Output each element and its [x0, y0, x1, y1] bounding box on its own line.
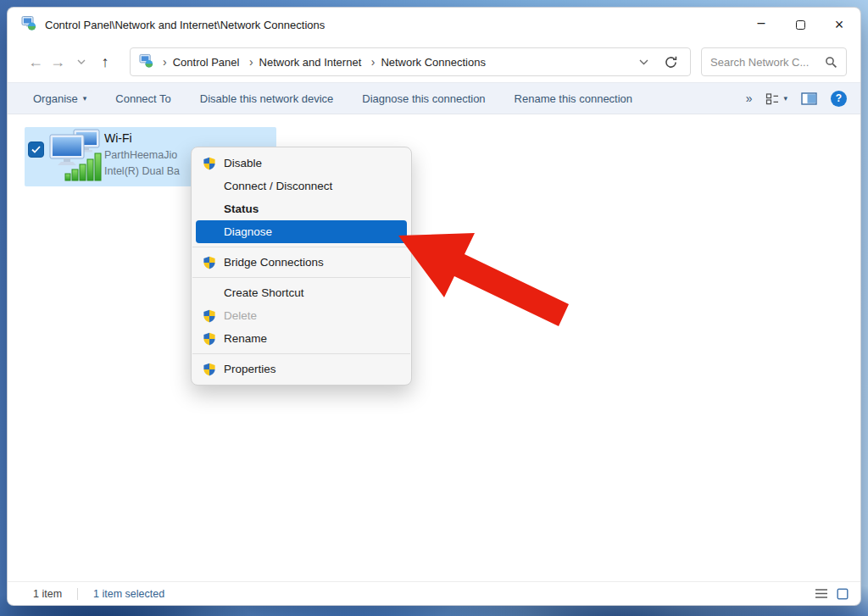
minimize-icon: –: [758, 15, 765, 31]
toolbar-command-label: Rename this connection: [515, 92, 632, 105]
preview-pane-button[interactable]: [801, 92, 817, 105]
breadcrumb-item[interactable]: Network and Internet: [259, 56, 362, 69]
navigation-bar: ← → ↑ ›Control Panel ›Network and Intern…: [8, 42, 860, 82]
connection-adapter: Intel(R) Dual Ba: [104, 166, 180, 177]
context-menu-item[interactable]: Bridge Connections: [196, 251, 407, 274]
up-arrow-icon: ↑: [102, 53, 109, 71]
toolbar-overflow-icon[interactable]: »: [746, 92, 753, 105]
status-bar: 1 item 1 item selected: [8, 581, 860, 605]
item-checkbox[interactable]: [28, 142, 44, 158]
titlebar: Control Panel\Network and Internet\Netwo…: [8, 8, 860, 42]
context-menu-items: Disable Connect / Disconnect: [192, 152, 411, 380]
toolbar-right-group: » ▾ ?: [746, 91, 847, 107]
context-menu-item-label: Bridge Connections: [224, 256, 324, 269]
uac-shield-icon: [202, 363, 217, 376]
breadcrumb-item-label: Control Panel: [173, 56, 240, 69]
address-location-icon: [139, 53, 153, 71]
breadcrumb-item[interactable]: Network Connections: [381, 56, 486, 69]
back-button[interactable]: ←: [25, 49, 47, 75]
up-button[interactable]: ↑: [94, 49, 116, 75]
context-menu-item[interactable]: Status: [196, 197, 407, 220]
toolbar-command[interactable]: Disable this network device: [200, 92, 334, 105]
address-bar[interactable]: ›Control Panel ›Network and Internet ›Ne…: [130, 47, 691, 76]
search-icon: [825, 56, 837, 69]
address-dropdown-chevron-icon[interactable]: [639, 59, 648, 65]
breadcrumb-crumbs: ›Control Panel ›Network and Internet ›Ne…: [157, 54, 486, 69]
uac-shield-icon: [202, 309, 217, 323]
toolbar-command-label: Disable this network device: [200, 92, 334, 105]
menu-separator: [192, 353, 410, 354]
close-icon: ×: [835, 16, 844, 34]
breadcrumb-chevron-icon: ›: [243, 55, 259, 69]
search-input[interactable]: [710, 56, 820, 69]
minimize-button[interactable]: –: [742, 8, 781, 42]
context-menu-item-label: Create Shortcut: [224, 286, 304, 299]
refresh-icon[interactable]: [664, 55, 678, 69]
search-box[interactable]: [701, 47, 847, 76]
chevron-down-icon: [77, 59, 86, 64]
maximize-icon: [796, 20, 805, 30]
breadcrumb-item[interactable]: Control Panel: [173, 56, 240, 69]
statusbar-view-toggles: [815, 588, 849, 600]
status-divider: [77, 588, 78, 600]
file-list-area[interactable]: Wi-Fi ParthHeemaJio Intel(R) Dual Ba Dis…: [8, 114, 860, 581]
breadcrumb-chevron-icon: ›: [365, 55, 381, 69]
context-menu-item-label: Diagnose: [224, 225, 272, 238]
view-mode-icon: [765, 92, 780, 105]
maximize-button[interactable]: [781, 8, 820, 42]
connection-name: Wi-Fi: [104, 132, 180, 144]
toolbar-command[interactable]: Rename this connection: [515, 92, 632, 105]
large-icons-view-button[interactable]: [837, 588, 849, 600]
forward-button[interactable]: →: [47, 49, 69, 75]
context-menu-item[interactable]: Properties: [196, 358, 407, 380]
toolbar-command[interactable]: Organise▾: [33, 92, 86, 105]
breadcrumb-item-label: Network and Internet: [259, 56, 362, 69]
toolbar-command-label: Diagnose this connection: [362, 92, 485, 105]
command-toolbar: Organise▾ Connect To Disable this networ…: [8, 82, 860, 114]
network-connections-window: Control Panel\Network and Internet\Netwo…: [7, 7, 861, 606]
toolbar-command-label: Connect To: [115, 92, 171, 105]
connection-ssid: ParthHeemaJio: [104, 150, 180, 161]
context-menu-item[interactable]: Disable: [196, 152, 407, 175]
context-menu-item-label: Rename: [224, 332, 267, 345]
wifi-adapter-icon: [48, 129, 104, 186]
item-count: 1 item: [33, 588, 62, 600]
close-button[interactable]: ×: [820, 8, 859, 42]
context-menu-item: Delete: [196, 304, 407, 327]
window-controls: – ×: [742, 8, 859, 42]
caret-down-icon: ▾: [83, 94, 87, 103]
back-arrow-icon: ←: [28, 53, 43, 71]
context-menu-item-label: Disable: [224, 157, 262, 169]
selection-count: 1 item selected: [93, 588, 164, 600]
change-view-button[interactable]: ▾: [765, 92, 787, 105]
caret-down-icon: ▾: [783, 94, 787, 103]
toolbar-command-label: Organise: [33, 92, 78, 105]
context-menu-item-label: Status: [224, 203, 259, 215]
details-view-button[interactable]: [815, 588, 828, 599]
context-menu-item[interactable]: Rename: [196, 327, 407, 350]
connection-labels: Wi-Fi ParthHeemaJio Intel(R) Dual Ba: [104, 132, 180, 181]
toolbar-command[interactable]: Connect To: [115, 92, 171, 105]
recent-locations-button[interactable]: [70, 49, 92, 75]
context-menu: Disable Connect / Disconnect: [191, 147, 412, 386]
checkmark-icon: [31, 146, 41, 153]
context-menu-item-label: Delete: [224, 309, 257, 322]
help-icon: ?: [836, 92, 842, 104]
uac-shield-icon: [202, 332, 217, 346]
toolbar-commands: Organise▾ Connect To Disable this networ…: [33, 92, 632, 105]
help-button[interactable]: ?: [831, 91, 847, 107]
forward-arrow-icon: →: [50, 53, 65, 71]
menu-separator: [192, 247, 410, 247]
context-menu-item-label: Properties: [224, 363, 276, 375]
uac-shield-icon: [202, 157, 217, 170]
context-menu-item[interactable]: Diagnose: [196, 220, 407, 243]
network-connections-icon: [21, 15, 36, 34]
breadcrumb-chevron-icon: ›: [157, 55, 173, 69]
window-title: Control Panel\Network and Internet\Netwo…: [45, 19, 325, 31]
context-menu-item[interactable]: Create Shortcut: [196, 281, 407, 304]
breadcrumb-item-label: Network Connections: [381, 56, 486, 69]
context-menu-item-label: Connect / Disconnect: [224, 180, 332, 192]
uac-shield-icon: [202, 256, 217, 269]
context-menu-item[interactable]: Connect / Disconnect: [196, 175, 407, 197]
toolbar-command[interactable]: Diagnose this connection: [362, 92, 485, 105]
